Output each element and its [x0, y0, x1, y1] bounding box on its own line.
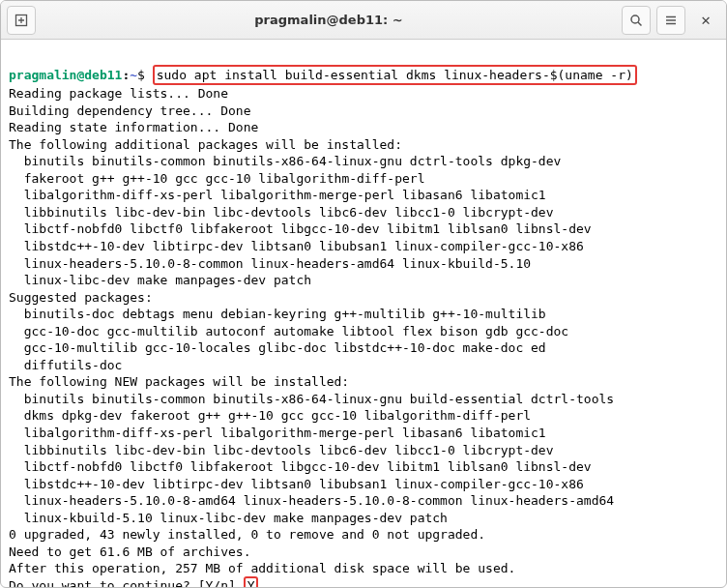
command-highlight: sudo apt install build-essential dkms li… [153, 65, 637, 86]
svg-line-4 [638, 22, 642, 26]
output-line: binutils-doc debtags menu debian-keyring… [9, 306, 718, 323]
output-line: libstdc++-10-dev libtirpc-dev libtsan0 l… [9, 476, 718, 493]
output-line: linux-headers-5.10.0-8-amd64 linux-heade… [9, 492, 718, 510]
prompt-path: ~ [130, 68, 137, 82]
output-line: gcc-10-doc gcc-multilib autoconf automak… [9, 323, 718, 340]
output-line: libctf-nobfd0 libctf0 libfakeroot libgcc… [9, 220, 718, 238]
command-text: sudo apt install build-essential dkms li… [157, 68, 633, 82]
close-icon: ✕ [701, 11, 711, 29]
output-line: libalgorithm-diff-xs-perl libalgorithm-m… [9, 187, 718, 204]
continue-prompt: Do you want to continue? [Y/n] [9, 578, 244, 588]
terminal-output[interactable]: pragmalin@deb11:~$ sudo apt install buil… [1, 40, 726, 588]
output-line: gcc-10-multilib gcc-10-locales glibc-doc… [9, 339, 718, 357]
output-line: libctf-nobfd0 libctf0 libfakeroot libgcc… [9, 458, 718, 476]
hamburger-icon [664, 14, 678, 27]
output-line: Reading state information... Done [9, 119, 718, 136]
output-line: The following NEW packages will be insta… [9, 373, 718, 391]
window-title: pragmalin@deb11: ~ [42, 13, 616, 27]
menu-button[interactable] [656, 6, 685, 35]
output-line: libstdc++-10-dev libtirpc-dev libtsan0 l… [9, 238, 718, 255]
close-button[interactable]: ✕ [691, 6, 720, 35]
output-line: diffutils-doc [9, 357, 718, 374]
prompt-dollar: $ [137, 68, 145, 82]
output-line: Reading package lists... Done [9, 85, 718, 103]
output-line: libbinutils libc-dev-bin libc-devtools l… [9, 442, 718, 459]
titlebar: pragmalin@deb11: ~ ✕ [1, 1, 726, 40]
output-line: After this operation, 257 MB of addition… [9, 560, 718, 577]
svg-point-3 [631, 15, 639, 23]
output-line: fakeroot g++ g++-10 gcc gcc-10 libalgori… [9, 170, 718, 188]
output-line: binutils binutils-common binutils-x86-64… [9, 391, 718, 408]
output-line: libbinutils libc-dev-bin libc-devtools l… [9, 204, 718, 221]
output-line: linux-kbuild-5.10 linux-libc-dev make ma… [9, 510, 718, 527]
output-line: linux-headers-5.10.0-8-common linux-head… [9, 255, 718, 273]
output-line: The following additional packages will b… [9, 136, 718, 154]
output-line: Building dependency tree... Done [9, 103, 718, 120]
output-line: 0 upgraded, 43 newly installed, 0 to rem… [9, 526, 718, 544]
prompt-user-host: pragmalin@deb11 [9, 68, 122, 82]
output-line: Suggested packages: [9, 289, 718, 307]
user-response: Y [247, 578, 255, 588]
output-line: Need to get 61.6 MB of archives. [9, 544, 718, 561]
output-line: linux-libc-dev make manpages-dev patch [9, 272, 718, 289]
user-response-highlight: Y [244, 576, 259, 588]
new-tab-button[interactable] [7, 6, 36, 35]
output-line: binutils binutils-common binutils-x86-64… [9, 153, 718, 170]
output-line: dkms dpkg-dev fakeroot g++ g++-10 gcc gc… [9, 407, 718, 425]
output-line: libalgorithm-diff-xs-perl libalgorithm-m… [9, 425, 718, 442]
search-icon [629, 14, 643, 27]
search-button[interactable] [622, 6, 651, 35]
new-tab-icon [15, 14, 28, 27]
